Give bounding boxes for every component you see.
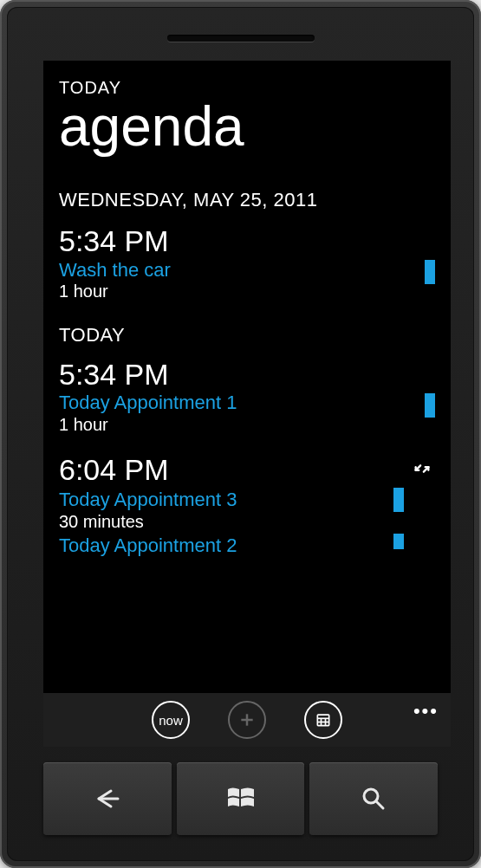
speaker-grille [167, 35, 315, 42]
date-heading: WEDNESDAY, MAY 25, 2011 [59, 189, 435, 211]
month-button[interactable] [304, 701, 342, 739]
appointment-time: 5:34 PM [59, 359, 404, 391]
plus-icon [238, 711, 256, 729]
back-button[interactable] [43, 762, 172, 835]
calendar-color-bar [425, 393, 435, 418]
appointment-title: Today Appointment 3 [59, 488, 373, 512]
app-bar: now ••• [43, 693, 451, 747]
now-button-label: now [159, 713, 183, 728]
start-button[interactable] [177, 762, 305, 835]
page-title[interactable]: agenda [59, 98, 435, 156]
appointment-duration: 30 minutes [59, 512, 373, 532]
hardware-button-bar [43, 762, 438, 835]
svg-rect-2 [317, 715, 328, 726]
calendar-color-bar [425, 260, 435, 284]
appointment-title: Today Appointment 2 [59, 534, 373, 558]
agenda-item[interactable]: 5:34 PM Wash the car 1 hour [59, 225, 435, 301]
calendar-icon [315, 711, 332, 729]
search-button[interactable] [309, 762, 438, 835]
appointment-time: 6:04 PM [59, 454, 404, 486]
appointment-title: Wash the car [59, 258, 404, 282]
windows-logo-icon [224, 782, 257, 815]
appointment-duration: 1 hour [59, 415, 404, 435]
back-arrow-icon [90, 786, 125, 812]
agenda-view[interactable]: TODAY agenda WEDNESDAY, MAY 25, 2011 5:3… [43, 61, 451, 693]
search-icon [359, 784, 388, 813]
conflict-icon [413, 459, 432, 482]
device-inner: TODAY agenda WEDNESDAY, MAY 25, 2011 5:3… [7, 7, 474, 861]
more-icon[interactable]: ••• [413, 700, 439, 722]
screen: TODAY agenda WEDNESDAY, MAY 25, 2011 5:3… [43, 61, 451, 747]
calendar-color-bar [393, 534, 404, 549]
appointment-title: Today Appointment 1 [59, 391, 404, 415]
appointment-time: 5:34 PM [59, 225, 404, 257]
agenda-item[interactable]: 6:04 PM Today Appointment 3 30 minutes T [59, 454, 435, 557]
agenda-item[interactable]: 5:34 PM Today Appointment 1 1 hour [59, 359, 435, 435]
calendar-color-bar [393, 488, 404, 512]
svg-line-9 [376, 801, 383, 808]
section-label: TODAY [59, 324, 435, 347]
add-button[interactable] [228, 701, 266, 739]
device-frame: TODAY agenda WEDNESDAY, MAY 25, 2011 5:3… [0, 0, 481, 868]
appointment-duration: 1 hour [59, 282, 404, 301]
now-button[interactable]: now [152, 701, 190, 739]
